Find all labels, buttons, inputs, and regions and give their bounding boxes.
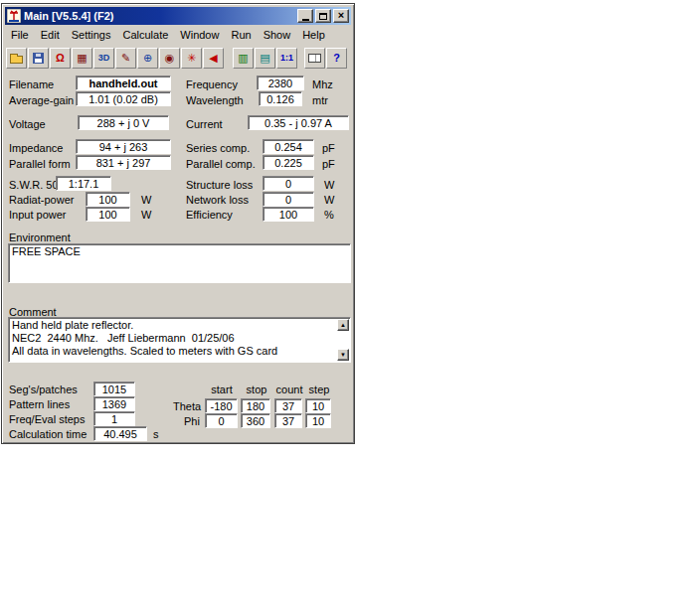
current-label: Current <box>186 118 223 130</box>
menu-window[interactable]: Window <box>174 27 225 43</box>
comment-line: All data in wavelengths. Scaled to meter… <box>12 345 347 358</box>
structure-loss-unit: W <box>324 179 334 191</box>
speaker-icon[interactable]: ◀ <box>203 48 224 69</box>
parallel-form-field[interactable]: 831 + j 297 <box>76 155 171 170</box>
average-gain-field[interactable]: 1.01 (0.02 dB) <box>76 91 171 106</box>
swr-field[interactable]: 1:17.1 <box>56 176 111 191</box>
pattern-icon[interactable]: ◉ <box>159 48 180 69</box>
comment-line: NEC2 2440 Mhz. Jeff Liebermann 01/25/06 <box>12 332 347 345</box>
impedance-field[interactable]: 94 + j 263 <box>76 139 171 154</box>
segs-patches-label: Seg's/patches <box>9 384 78 395</box>
save-icon[interactable] <box>28 48 49 69</box>
input-power-label: Input power <box>9 209 66 221</box>
pattern-lines-field[interactable]: 1369 <box>93 396 135 411</box>
calc-time-unit: s <box>153 428 159 440</box>
input-power-unit: W <box>141 209 151 221</box>
wavelength-field[interactable]: 0.126 <box>259 91 302 106</box>
menu-calculate[interactable]: Calculate <box>116 27 174 43</box>
radiat-power-unit: W <box>141 194 151 206</box>
calc-time-field[interactable]: 40.495 <box>93 426 147 441</box>
series-comp-unit: pF <box>322 142 335 154</box>
radiat-power-field[interactable]: 100 <box>86 192 130 207</box>
frequency-label: Frequency <box>186 78 238 90</box>
input-power-field[interactable]: 100 <box>86 207 130 222</box>
comment-field[interactable]: Hand held plate reflector. NEC2 2440 Mhz… <box>8 317 351 363</box>
app-icon <box>7 9 21 23</box>
phi-stop-field[interactable]: 360 <box>241 413 270 428</box>
efficiency-field[interactable]: 100 <box>262 207 314 222</box>
calc-time-label: Calculation time <box>9 428 87 440</box>
impedance-icon[interactable]: Ω <box>50 48 71 69</box>
phi-step-field[interactable]: 10 <box>305 413 331 428</box>
main-window: Main [V5.5.4] (F2) × File Edit Settings … <box>1 3 355 444</box>
wavelength-unit: mtr <box>312 94 328 106</box>
series-comp-field[interactable]: 0.254 <box>262 139 314 154</box>
structure-loss-field[interactable]: 0 <box>262 176 314 191</box>
segs-patches-field[interactable]: 1015 <box>93 382 135 396</box>
phi-label: Phi <box>184 415 200 427</box>
phi-start-field[interactable]: 0 <box>205 413 238 428</box>
maximize-button[interactable] <box>315 9 331 23</box>
menu-edit[interactable]: Edit <box>35 27 66 43</box>
theta-count-field[interactable]: 37 <box>274 398 302 413</box>
wavelength-label: Wavelength <box>186 94 244 106</box>
parallel-comp-field[interactable]: 0.225 <box>262 155 314 170</box>
maximize-icon <box>319 13 327 20</box>
far-field-icon[interactable]: ✳ <box>181 48 202 69</box>
environment-value: FREE SPACE <box>12 245 347 257</box>
minimize-button[interactable] <box>297 9 313 23</box>
close-button[interactable]: × <box>333 9 349 23</box>
theta-stop-field[interactable]: 180 <box>241 398 270 413</box>
voltage-field[interactable]: 288 + j 0 V <box>78 115 169 130</box>
menu-settings[interactable]: Settings <box>66 27 117 43</box>
help-icon[interactable]: ? <box>326 48 347 69</box>
frequency-unit: Mhz <box>312 78 333 90</box>
parallel-form-label: Parallel form <box>9 158 71 170</box>
voltage-label: Voltage <box>9 118 46 130</box>
environment-field[interactable]: FREE SPACE <box>8 243 351 283</box>
edit-icon[interactable]: ✎ <box>115 48 136 69</box>
frequency-field[interactable]: 2380 <box>257 76 304 90</box>
environment-label: Environment <box>9 231 71 243</box>
sweep-header-step: step <box>305 384 333 395</box>
freq-eval-steps-label: Freq/Eval steps <box>9 413 85 425</box>
3d-viewer-icon[interactable]: 3D <box>93 48 114 69</box>
scroll-up-button[interactable]: ▲ <box>337 319 349 331</box>
scale-1to1-icon[interactable]: 1:1 <box>276 48 297 69</box>
sweep-header-stop: stop <box>241 384 272 395</box>
line-chart-icon[interactable]: ▥ <box>233 48 254 69</box>
menu-run[interactable]: Run <box>225 27 257 43</box>
smith-chart-icon[interactable]: ▦ <box>72 48 92 69</box>
network-loss-label: Network loss <box>186 194 249 206</box>
network-loss-unit: W <box>324 194 334 206</box>
open-icon[interactable] <box>6 48 27 69</box>
arrow-down-icon: ▼ <box>340 352 346 358</box>
theta-start-field[interactable]: -180 <box>205 398 238 413</box>
theta-step-field[interactable]: 10 <box>305 398 331 413</box>
efficiency-label: Efficiency <box>186 209 233 221</box>
menu-help[interactable]: Help <box>296 27 331 43</box>
book-icon[interactable] <box>304 48 325 69</box>
phi-count-field[interactable]: 37 <box>274 413 302 428</box>
theta-label: Theta <box>173 400 201 412</box>
title-bar[interactable]: Main [V5.5.4] (F2) × <box>5 7 351 25</box>
table-icon[interactable]: ▤ <box>255 48 275 69</box>
radiat-power-label: Radiat-power <box>9 194 74 206</box>
menu-show[interactable]: Show <box>258 27 297 43</box>
parallel-comp-label: Parallel comp. <box>186 158 256 170</box>
swr-label: S.W.R. 50 <box>9 179 59 191</box>
geometry-icon[interactable]: ⊕ <box>137 48 158 69</box>
close-icon: × <box>338 10 344 21</box>
filename-field[interactable]: handheld.out <box>76 76 171 90</box>
scroll-down-button[interactable]: ▼ <box>337 349 349 361</box>
menu-file[interactable]: File <box>5 27 35 43</box>
freq-eval-steps-field[interactable]: 1 <box>93 411 135 426</box>
menu-bar: File Edit Settings Calculate Window Run … <box>5 26 351 43</box>
window-title: Main [V5.5.4] (F2) <box>24 10 295 22</box>
arrow-up-icon: ▲ <box>340 322 346 328</box>
current-field[interactable]: 0.35 - j 0.97 A <box>248 115 349 130</box>
pattern-lines-label: Pattern lines <box>9 398 70 410</box>
network-loss-field[interactable]: 0 <box>262 192 314 207</box>
filename-label: Filename <box>9 78 54 90</box>
efficiency-unit: % <box>324 209 334 221</box>
